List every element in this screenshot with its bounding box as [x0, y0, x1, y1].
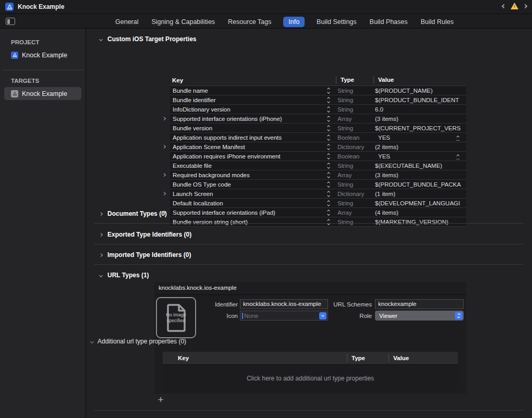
stepper-icon[interactable]: [324, 97, 333, 103]
section-imported-type-identifiers[interactable]: Imported Type Identifiers (0): [100, 251, 191, 259]
row-type[interactable]: Boolean: [333, 153, 371, 159]
stepper-icon[interactable]: [457, 155, 459, 159]
stepper-icon[interactable]: [324, 219, 333, 225]
row-type[interactable]: String: [333, 97, 371, 103]
add-property-hint-area[interactable]: Click here to add additional url type pr…: [163, 364, 458, 391]
table-row[interactable]: InfoDictionary version String 6.0: [170, 105, 466, 114]
table-row[interactable]: Bundle version String $(CURRENT_PROJECT_…: [170, 124, 466, 133]
add-url-type-button[interactable]: +: [156, 395, 165, 404]
stepper-icon[interactable]: [324, 144, 333, 150]
section-document-types[interactable]: Document Types (0): [100, 210, 167, 217]
row-type[interactable]: String: [333, 88, 371, 94]
table-row[interactable]: Bundle name String $(PRODUCT_NAME): [170, 86, 466, 95]
section-url-types[interactable]: URL Types (1): [100, 272, 149, 279]
row-type[interactable]: Array: [333, 116, 371, 122]
row-value[interactable]: $(DEVELOPMENT_LANGUAGI: [371, 200, 466, 206]
table-row[interactable]: Bundle identifier String $(PRODUCT_BUNDL…: [170, 95, 466, 105]
table-row[interactable]: Bundle OS Type code String $(PRODUCT_BUN…: [170, 180, 466, 189]
row-value[interactable]: (4 items): [371, 210, 466, 216]
row-value[interactable]: (2 items): [371, 144, 466, 150]
stepper-icon[interactable]: [324, 116, 333, 121]
table-row[interactable]: Executable file String $(EXECUTABLE_NAME…: [170, 161, 466, 170]
row-value[interactable]: $(CURRENT_PROJECT_VERS: [371, 125, 466, 131]
chevron-down-icon[interactable]: [99, 37, 103, 41]
row-value[interactable]: $(PRODUCT_BUNDLE_IDENT: [371, 97, 466, 103]
tab-build-settings[interactable]: Build Settings: [316, 17, 357, 27]
stepper-icon[interactable]: [324, 88, 333, 93]
back-icon[interactable]: [502, 4, 506, 8]
row-type[interactable]: Array: [333, 210, 371, 216]
tab-build-rules[interactable]: Build Rules: [420, 17, 455, 27]
stepper-icon[interactable]: [324, 191, 333, 196]
table-row[interactable]: Application Scene Manifest Dictionary (2…: [170, 142, 466, 152]
row-type[interactable]: Boolean: [333, 134, 371, 141]
row-type[interactable]: String: [333, 106, 371, 113]
row-type[interactable]: String: [333, 181, 371, 188]
warning-icon[interactable]: !: [511, 3, 518, 9]
tab-general[interactable]: General: [114, 17, 139, 27]
row-value[interactable]: 6.0: [371, 106, 466, 113]
row-value[interactable]: $(PRODUCT_BUNDLE_PACKA: [371, 181, 466, 188]
row-value[interactable]: (3 items): [371, 172, 466, 178]
chevron-right-icon[interactable]: [99, 212, 103, 215]
chevron-right-icon[interactable]: [99, 232, 103, 236]
stepper-icon[interactable]: [457, 136, 459, 141]
tab-resource-tags[interactable]: Resource Tags: [227, 17, 272, 27]
icon-combobox[interactable]: None: [240, 311, 328, 321]
table-row[interactable]: Application requires iPhone environment …: [170, 152, 466, 161]
stepper-icon[interactable]: [324, 126, 333, 131]
table-row[interactable]: Default localization String $(DEVELOPMEN…: [170, 199, 466, 208]
stepper-icon[interactable]: [324, 182, 333, 187]
row-type[interactable]: Dictionary: [333, 144, 371, 150]
stepper-icon[interactable]: [324, 163, 333, 168]
chevron-right-icon[interactable]: [159, 145, 169, 148]
section-exported-type-identifiers[interactable]: Exported Type Identifiers (0): [100, 231, 191, 238]
stepper-icon[interactable]: [324, 201, 333, 206]
chevron-down-icon[interactable]: [99, 273, 103, 277]
row-value[interactable]: $(PRODUCT_NAME): [371, 88, 466, 94]
row-type[interactable]: Array: [333, 172, 371, 178]
table-row[interactable]: Bundle version string (short) String $(M…: [170, 217, 466, 227]
row-type[interactable]: String: [333, 163, 371, 169]
row-value[interactable]: $(MARKETING_VERSION): [371, 219, 466, 225]
table-row[interactable]: Supported interface orientations (iPad) …: [170, 208, 466, 217]
row-type[interactable]: Dictionary: [333, 191, 371, 197]
combobox-arrow-icon[interactable]: [319, 312, 327, 319]
additional-properties-header[interactable]: Additional url type properties (0): [91, 338, 186, 345]
stepper-icon[interactable]: [324, 135, 333, 140]
table-row[interactable]: Supported interface orientations (iPhone…: [170, 114, 466, 124]
chevron-right-icon[interactable]: [99, 253, 103, 256]
row-value[interactable]: (1 item): [371, 191, 466, 197]
stepper-icon[interactable]: [324, 210, 333, 215]
tab-signing-capabilities[interactable]: Signing & Capabilities: [150, 17, 216, 27]
chevron-down-icon[interactable]: [90, 339, 94, 343]
tab-build-phases[interactable]: Build Phases: [369, 17, 409, 27]
chevron-right-icon[interactable]: [159, 192, 169, 195]
url-schemes-field[interactable]: knockexample: [375, 299, 464, 309]
table-row[interactable]: Required background modes Array (3 items…: [170, 170, 466, 180]
stepper-icon[interactable]: [324, 107, 333, 112]
stepper-icon[interactable]: [324, 154, 333, 159]
row-value-boolean[interactable]: YES: [371, 153, 466, 159]
row-key: Bundle name: [170, 88, 324, 94]
sidebar-item-project[interactable]: Knock Example: [4, 48, 81, 62]
row-value[interactable]: (3 items): [371, 116, 466, 122]
tab-info[interactable]: Info: [283, 17, 305, 27]
row-value[interactable]: $(EXECUTABLE_NAME): [371, 163, 466, 169]
row-type[interactable]: String: [333, 219, 371, 225]
row-type[interactable]: String: [333, 125, 371, 131]
table-row[interactable]: Application supports indirect input even…: [170, 133, 466, 142]
sidebar-toggle-icon[interactable]: [6, 18, 15, 25]
row-type[interactable]: String: [333, 200, 371, 206]
row-key: Application Scene Manifest: [170, 144, 324, 150]
forward-icon[interactable]: [523, 4, 527, 8]
chevron-right-icon[interactable]: [159, 174, 169, 176]
identifier-field[interactable]: knocklabs.knock.ios-example: [240, 299, 328, 309]
row-value-boolean[interactable]: YES: [371, 134, 466, 141]
role-popup-button[interactable]: Viewer: [375, 311, 464, 321]
stepper-icon[interactable]: [324, 173, 333, 178]
chevron-right-icon[interactable]: [159, 117, 169, 120]
sidebar-item-target[interactable]: Knock Example: [4, 87, 81, 100]
section-custom-ios-target-properties[interactable]: Custom iOS Target Properties: [100, 35, 196, 43]
table-row[interactable]: Launch Screen Dictionary (1 item): [170, 189, 466, 199]
